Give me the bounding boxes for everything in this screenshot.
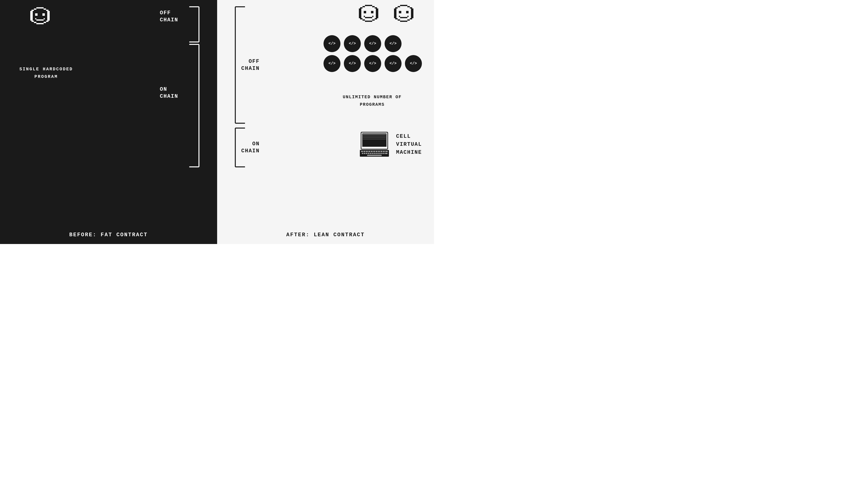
svg-rect-84 <box>368 153 369 154</box>
computer-icon <box>360 131 389 157</box>
left-off-chain-label: OFFCHAIN <box>160 10 178 24</box>
svg-rect-71 <box>364 151 365 152</box>
svg-rect-39 <box>365 17 372 18</box>
svg-rect-74 <box>371 151 373 152</box>
svg-rect-32 <box>363 20 365 21</box>
svg-rect-5 <box>30 11 33 21</box>
svg-rect-50 <box>407 20 410 21</box>
right-user-icon-2 <box>393 4 414 26</box>
svg-rect-6 <box>47 11 50 21</box>
right-bottom-label: AFTER: LEAN CONTRACT <box>286 232 365 238</box>
svg-rect-56 <box>400 17 407 18</box>
svg-rect-2 <box>43 8 46 10</box>
svg-rect-54 <box>399 16 400 17</box>
svg-rect-13 <box>42 13 45 16</box>
svg-rect-52 <box>399 11 401 13</box>
program-icon-9: </> <box>405 55 422 72</box>
svg-rect-86 <box>371 153 373 154</box>
svg-rect-80 <box>385 151 388 152</box>
svg-rect-87 <box>373 153 375 154</box>
right-panel: OFFCHAIN </> </> </> </> </> </> </> </>… <box>217 0 434 244</box>
svg-rect-27 <box>375 7 377 8</box>
svg-rect-35 <box>364 11 366 13</box>
svg-rect-72 <box>366 151 368 152</box>
svg-rect-77 <box>378 151 380 152</box>
left-bracket-svg <box>182 4 204 169</box>
svg-rect-4 <box>46 10 49 11</box>
svg-rect-92 <box>383 153 384 154</box>
svg-rect-93 <box>385 153 388 154</box>
programs-row-2: </> </> </> </> </> <box>323 55 422 72</box>
svg-rect-40 <box>400 5 407 6</box>
svg-rect-25 <box>372 6 375 7</box>
svg-rect-46 <box>411 8 413 18</box>
svg-rect-70 <box>361 151 363 152</box>
svg-rect-73 <box>368 151 370 152</box>
svg-rect-83 <box>366 153 367 154</box>
svg-rect-88 <box>375 153 377 154</box>
program-icon-8: </> <box>384 55 402 72</box>
svg-rect-37 <box>364 16 365 17</box>
program-icon-3: </> <box>364 35 381 52</box>
svg-rect-1 <box>34 8 36 10</box>
svg-rect-42 <box>407 6 410 7</box>
program-icon-6: </> <box>344 55 361 72</box>
svg-rect-44 <box>410 7 412 8</box>
svg-rect-55 <box>407 16 408 17</box>
svg-rect-49 <box>398 20 400 21</box>
svg-rect-64 <box>362 134 386 147</box>
svg-rect-45 <box>394 8 397 18</box>
svg-rect-15 <box>43 18 45 20</box>
svg-rect-91 <box>381 153 383 154</box>
cvm-label: CELLVIRTUALMACHINE <box>396 133 422 156</box>
svg-rect-36 <box>371 11 373 13</box>
svg-rect-48 <box>410 18 412 20</box>
svg-rect-51 <box>400 21 407 22</box>
svg-rect-33 <box>372 20 375 21</box>
svg-rect-28 <box>359 8 361 18</box>
left-program-area: SINGLE HARDCODEDPROGRAM <box>20 61 73 80</box>
svg-rect-78 <box>380 151 382 152</box>
svg-rect-38 <box>372 16 373 17</box>
svg-rect-0 <box>36 7 43 8</box>
svg-rect-76 <box>376 151 377 152</box>
svg-rect-30 <box>360 18 363 20</box>
svg-rect-89 <box>377 153 379 154</box>
svg-rect-8 <box>46 21 49 22</box>
program-label: SINGLE HARDCODEDPROGRAM <box>20 65 73 80</box>
svg-rect-81 <box>362 153 363 154</box>
program-icon-1: </> <box>323 35 340 52</box>
right-off-chain-label: OFFCHAIN <box>241 58 260 72</box>
right-user-icon-1 <box>358 4 379 26</box>
svg-rect-14 <box>35 18 36 20</box>
svg-rect-90 <box>379 153 381 154</box>
svg-rect-75 <box>373 151 375 152</box>
svg-rect-7 <box>31 21 34 22</box>
svg-rect-47 <box>395 18 398 20</box>
program-icon-5: </> <box>323 55 340 72</box>
program-icon-2: </> <box>344 35 361 52</box>
svg-rect-16 <box>36 20 43 21</box>
svg-rect-67 <box>363 137 386 138</box>
right-computer-area: CELLVIRTUALMACHINE <box>360 131 422 157</box>
svg-rect-43 <box>395 7 398 8</box>
svg-rect-34 <box>365 21 372 22</box>
left-on-chain-label: ONCHAIN <box>160 86 178 100</box>
svg-rect-85 <box>370 153 371 154</box>
svg-rect-94 <box>367 155 382 156</box>
svg-rect-82 <box>364 153 365 154</box>
programs-row-1: </> </> </> </> <box>323 35 422 52</box>
svg-rect-29 <box>376 8 378 18</box>
svg-rect-11 <box>36 23 43 24</box>
svg-rect-12 <box>35 13 37 16</box>
svg-rect-24 <box>363 6 365 7</box>
svg-rect-31 <box>375 18 377 20</box>
svg-rect-3 <box>31 10 34 11</box>
program-icon-7: </> <box>364 55 381 72</box>
right-on-chain-label: ONCHAIN <box>241 141 260 154</box>
unlimited-label: UNLIMITED NUMBER OFPROGRAMS <box>322 93 422 108</box>
program-icon-4: </> <box>384 35 402 52</box>
svg-rect-66 <box>363 136 386 137</box>
svg-rect-53 <box>406 11 408 13</box>
svg-rect-65 <box>363 134 386 135</box>
